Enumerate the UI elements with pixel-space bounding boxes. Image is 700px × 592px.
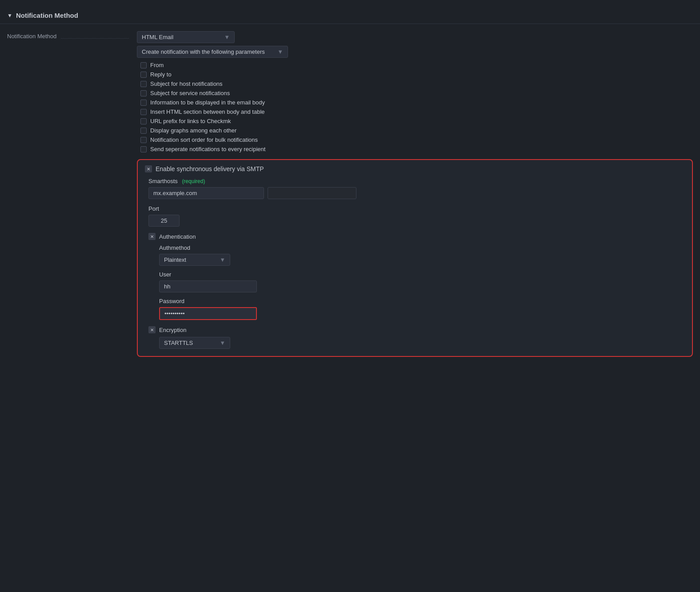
- checkbox-from[interactable]: [140, 62, 147, 68]
- port-group: Port: [148, 205, 685, 227]
- smarthost-input-2[interactable]: [268, 187, 356, 199]
- notification-method-dropdown[interactable]: HTML Email ▼: [137, 31, 235, 43]
- smarthost-input-1[interactable]: [148, 187, 264, 199]
- params-dropdown[interactable]: Create notification with the following p…: [137, 46, 288, 58]
- checkbox-label-url_prefix: URL prefix for links to Checkmk: [150, 118, 231, 124]
- smarthosts-label-row: Smarthosts (required): [148, 178, 685, 184]
- checkbox-label-info_body: Information to be displayed in the email…: [150, 99, 265, 106]
- checkbox-display_graphs[interactable]: [140, 128, 147, 134]
- checkbox-label-subject_service: Subject for service notifications: [150, 90, 230, 96]
- checkbox-reply_to[interactable]: [140, 72, 147, 78]
- checkbox-label-display_graphs: Display graphs among each other: [150, 127, 236, 134]
- checkbox-row-send_separate: Send seperate notifications to every rec…: [140, 144, 693, 154]
- authmethod-label: Authmethod: [159, 244, 685, 251]
- chevron-icon[interactable]: ▼: [7, 12, 12, 19]
- checkbox-row-subject_host: Subject for host notifications: [140, 79, 693, 88]
- checkbox-send_separate[interactable]: [140, 146, 147, 152]
- notification-method-row: Notification Method HTML Email ▼ Create …: [0, 29, 700, 361]
- checkbox-label-subject_host: Subject for host notifications: [150, 80, 223, 87]
- user-input[interactable]: [159, 280, 257, 292]
- encryption-arrow-icon: ▼: [220, 340, 225, 346]
- notification-method-label: Notification Method: [7, 31, 132, 40]
- user-group: User: [159, 271, 685, 292]
- encryption-x-icon[interactable]: ✕: [148, 326, 156, 333]
- checkbox-label-reply_to: Reply to: [150, 71, 172, 78]
- auth-inner: Authmethod Plaintext ▼ User: [148, 244, 685, 320]
- user-label: User: [159, 271, 685, 278]
- smtp-enable-label: Enable synchronous delivery via SMTP: [156, 165, 264, 172]
- password-input[interactable]: [159, 307, 257, 320]
- section-title: Notification Method: [16, 12, 78, 19]
- checkbox-row-reply_to: Reply to: [140, 70, 693, 79]
- checkbox-subject_host[interactable]: [140, 81, 147, 87]
- checkbox-subject_service[interactable]: [140, 90, 147, 96]
- auth-x-icon[interactable]: ✕: [148, 233, 156, 240]
- checkbox-row-info_body: Information to be displayed in the email…: [140, 98, 693, 107]
- authmethod-dropdown[interactable]: Plaintext ▼: [159, 254, 230, 266]
- params-arrow-icon: ▼: [277, 48, 283, 55]
- encryption-section: ✕ Encryption STARTTLS ▼: [148, 326, 685, 349]
- checkbox-label-from: From: [150, 62, 164, 68]
- port-input[interactable]: [148, 215, 180, 227]
- smtp-enable-x-icon[interactable]: ✕: [145, 165, 152, 172]
- smarthosts-group: Smarthosts (required): [148, 178, 685, 199]
- page-container: ▼ Notification Method Notification Metho…: [0, 0, 700, 592]
- checkbox-row-sort_order: Notification sort order for bulk notific…: [140, 135, 693, 144]
- checkbox-sort_order[interactable]: [140, 137, 147, 143]
- authentication-section: ✕ Authentication Authmethod Plaintext ▼: [148, 233, 685, 320]
- checkbox-info_body[interactable]: [140, 100, 147, 106]
- smarthosts-inputs: [148, 187, 685, 199]
- authmethod-arrow-icon: ▼: [220, 256, 225, 263]
- auth-header: ✕ Authentication: [148, 233, 685, 240]
- checkbox-row-subject_service: Subject for service notifications: [140, 88, 693, 98]
- password-group: Password: [159, 298, 685, 320]
- smtp-inner: Smarthosts (required) Port: [145, 178, 685, 349]
- smtp-header: ✕ Enable synchronous delivery via SMTP: [145, 165, 685, 172]
- checkboxes-list: FromReply toSubject for host notificatio…: [140, 60, 693, 154]
- encryption-label: Encryption: [159, 327, 186, 333]
- authmethod-group: Authmethod Plaintext ▼: [159, 244, 685, 266]
- port-label: Port: [148, 205, 685, 212]
- section-header: ▼ Notification Method: [0, 7, 700, 24]
- checkbox-row-insert_html: Insert HTML section between body and tab…: [140, 107, 693, 116]
- encryption-header: ✕ Encryption: [148, 326, 685, 333]
- password-label: Password: [159, 298, 685, 304]
- label-dots: [61, 34, 129, 39]
- checkbox-row-from: From: [140, 60, 693, 70]
- checkbox-label-sort_order: Notification sort order for bulk notific…: [150, 136, 258, 143]
- notification-method-controls: HTML Email ▼ Create notification with th…: [137, 31, 693, 360]
- encryption-dropdown[interactable]: STARTTLS ▼: [159, 337, 230, 349]
- required-indicator: (required): [182, 178, 205, 184]
- checkbox-row-url_prefix: URL prefix for links to Checkmk: [140, 116, 693, 126]
- smtp-section: ✕ Enable synchronous delivery via SMTP S…: [137, 159, 693, 357]
- checkbox-label-insert_html: Insert HTML section between body and tab…: [150, 108, 265, 115]
- checkbox-label-send_separate: Send seperate notifications to every rec…: [150, 146, 265, 152]
- checkbox-url_prefix[interactable]: [140, 118, 147, 124]
- checkbox-row-display_graphs: Display graphs among each other: [140, 126, 693, 135]
- checkbox-insert_html[interactable]: [140, 109, 147, 115]
- dropdown-arrow-icon: ▼: [224, 34, 230, 40]
- auth-label: Authentication: [159, 233, 196, 240]
